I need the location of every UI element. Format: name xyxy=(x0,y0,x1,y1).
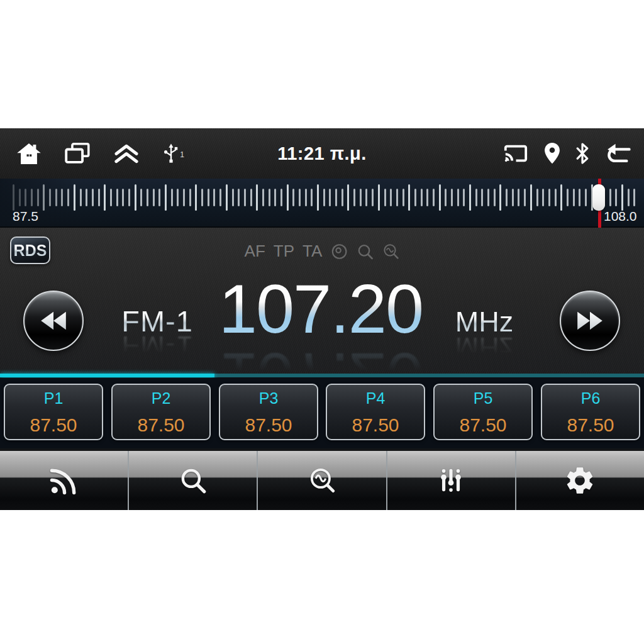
scale-tick xyxy=(208,189,209,206)
scale-tick xyxy=(475,189,477,206)
scale-tick xyxy=(122,189,124,206)
equalizer-button[interactable] xyxy=(387,451,516,510)
scale-tick xyxy=(372,189,374,206)
tp-indicator: TP xyxy=(274,242,294,261)
scale-tick xyxy=(615,189,617,206)
scale-min-label: 87.5 xyxy=(13,209,38,224)
scale-tick xyxy=(360,189,362,206)
preset-button-p1[interactable]: P187.50 xyxy=(4,384,103,440)
preset-value: 87.50 xyxy=(459,414,506,436)
scale-tick xyxy=(408,184,410,211)
scale-tick xyxy=(329,189,331,206)
equalizer-icon xyxy=(435,465,467,496)
scale-tick xyxy=(548,189,550,206)
scale-tick xyxy=(171,189,173,206)
bluetooth-icon xyxy=(575,142,590,165)
scale-tick xyxy=(530,184,532,211)
broadcast-button[interactable] xyxy=(0,451,129,510)
scale-tick xyxy=(433,189,435,206)
preset-button-p6[interactable]: P687.50 xyxy=(541,384,640,440)
scale-tick xyxy=(226,184,228,211)
scale-tick xyxy=(104,184,106,211)
scale-tick xyxy=(238,189,240,206)
settings-button[interactable] xyxy=(516,451,644,510)
scale-tick xyxy=(189,189,191,206)
scale-tick xyxy=(128,189,130,206)
tuner-display-area: RDS AF TP TA xyxy=(0,228,644,374)
status-bar-right xyxy=(502,128,631,179)
seek-button[interactable] xyxy=(129,451,258,510)
scale-tick xyxy=(353,189,355,206)
seek-down-button[interactable] xyxy=(23,291,84,351)
scale-tick xyxy=(555,189,557,206)
scale-tick xyxy=(536,189,538,206)
scale-tick xyxy=(305,189,307,206)
scale-tick xyxy=(585,189,587,206)
scale-tick xyxy=(481,189,483,206)
page-progress-track xyxy=(0,374,644,378)
scale-tick xyxy=(183,189,185,206)
broadcast-icon xyxy=(48,464,80,497)
preset-row: P187.50P287.50P387.50P487.50P587.50P687.… xyxy=(0,378,644,448)
scale-tick xyxy=(609,189,611,206)
scale-tick xyxy=(579,189,580,206)
scale-tick xyxy=(506,189,508,206)
status-bar: 1 11:21 π.μ. xyxy=(0,128,644,179)
scale-tick xyxy=(135,184,136,211)
scale-tick xyxy=(153,189,155,206)
scale-tick xyxy=(524,189,526,206)
seek-down-icon xyxy=(40,311,67,330)
preset-button-p3[interactable]: P387.50 xyxy=(219,384,318,440)
scale-tick xyxy=(573,189,575,206)
rds-badge-label: RDS xyxy=(14,242,47,260)
scale-tick xyxy=(80,189,82,206)
progress-track-active xyxy=(0,374,214,377)
scale-tick xyxy=(158,189,160,206)
scale-max-label: 108.0 xyxy=(604,209,637,224)
scale-tick xyxy=(92,189,94,206)
scale-tick xyxy=(621,184,623,211)
scale-tick xyxy=(487,189,489,206)
tuner-scale[interactable]: 87.5 108.0 xyxy=(0,179,644,228)
scale-tick xyxy=(396,189,398,206)
preset-button-p5[interactable]: P587.50 xyxy=(433,384,533,440)
scale-tick xyxy=(323,189,325,206)
scale-tick xyxy=(628,189,630,206)
seek-up-button[interactable] xyxy=(560,291,620,351)
scan-button[interactable] xyxy=(258,451,387,510)
tuner-knob[interactable] xyxy=(592,184,605,211)
indicator-row: AF TP TA xyxy=(245,242,400,261)
preset-label: P2 xyxy=(152,389,171,408)
preset-button-p2[interactable]: P287.50 xyxy=(111,384,211,440)
preset-value: 87.50 xyxy=(245,414,292,436)
scale-tick xyxy=(341,189,343,206)
scale-tick xyxy=(262,189,264,206)
scale-tick xyxy=(287,184,289,211)
preset-label: P1 xyxy=(44,389,64,408)
scale-tick xyxy=(439,184,441,211)
frequency-unit-reflection: MHz xyxy=(440,335,528,361)
frequency-unit: MHz xyxy=(440,306,528,338)
scale-tick xyxy=(140,189,142,206)
back-icon[interactable] xyxy=(604,142,631,165)
scale-tick xyxy=(567,189,569,206)
scale-tick xyxy=(98,189,100,206)
cast-icon xyxy=(502,142,530,165)
scan-indicator-icon xyxy=(382,243,399,260)
scale-tick xyxy=(451,189,453,206)
seek-search-icon xyxy=(177,465,209,496)
af-indicator: AF xyxy=(245,242,265,261)
scale-tick xyxy=(445,189,447,206)
loop-circle-icon xyxy=(330,243,348,260)
scale-tick xyxy=(250,189,252,206)
ta-indicator: TA xyxy=(303,242,322,261)
preset-button-p4[interactable]: P487.50 xyxy=(326,384,425,440)
scan-icon xyxy=(306,465,338,496)
band-label: FM-1 xyxy=(104,304,211,338)
search-indicator-icon xyxy=(356,243,374,260)
scale-tick xyxy=(335,189,337,206)
scale-tick xyxy=(280,189,282,206)
gear-icon xyxy=(564,464,596,497)
scale-tick xyxy=(244,189,246,206)
scale-tick xyxy=(347,184,349,211)
